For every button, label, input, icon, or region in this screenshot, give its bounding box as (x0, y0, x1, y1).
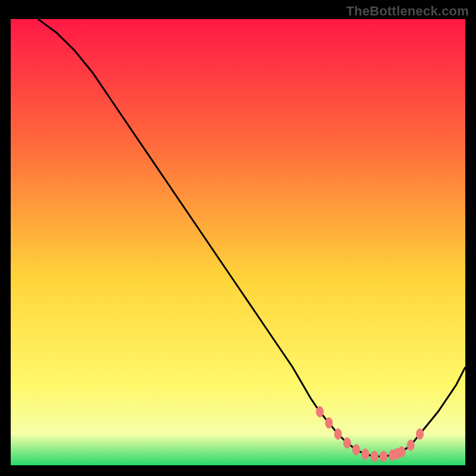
marker-dot (334, 429, 342, 440)
marker-dot (343, 438, 350, 449)
marker-dot (407, 440, 414, 450)
gradient-background (11, 19, 465, 465)
marker-dot (416, 429, 424, 440)
marker-dot (317, 406, 324, 417)
marker-dot (362, 449, 369, 459)
marker-dot (353, 444, 360, 455)
marker-dot (380, 451, 387, 462)
plot-svg (11, 19, 465, 465)
marker-dot (398, 447, 405, 458)
chart-frame: TheBottleneck.com (0, 0, 476, 476)
marker-dot (371, 451, 378, 462)
plot-area (11, 19, 465, 465)
watermark-text: TheBottleneck.com (346, 4, 469, 19)
marker-dot (325, 418, 333, 428)
